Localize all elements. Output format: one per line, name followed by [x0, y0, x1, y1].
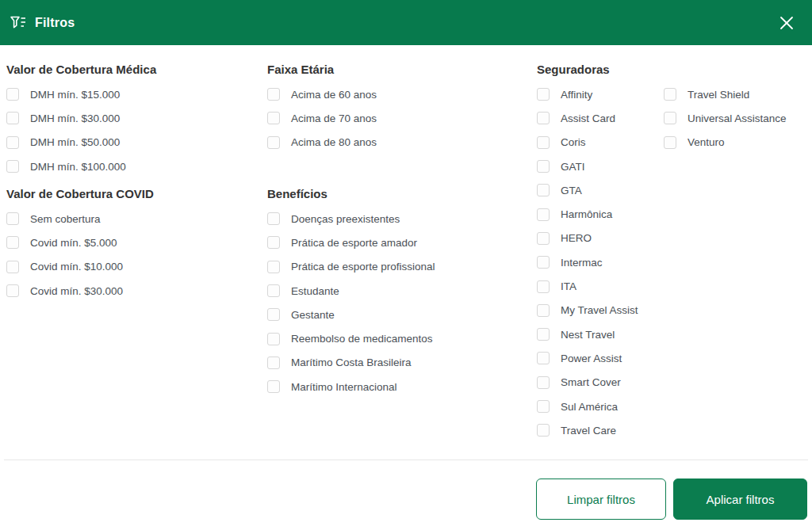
option-label: Power Assist	[561, 353, 622, 364]
filter-option[interactable]: Acima de 70 anos	[267, 106, 529, 130]
filter-option[interactable]: Power Assist	[537, 346, 664, 370]
checkbox-icon[interactable]	[6, 88, 19, 101]
filter-option[interactable]: Coris	[537, 131, 664, 154]
checkbox-icon[interactable]	[6, 160, 19, 173]
checkbox-icon[interactable]	[664, 136, 676, 149]
filters-modal: Filtros Valor de Cobertura Médica DMH mí…	[0, 0, 812, 530]
checkbox-icon[interactable]	[267, 136, 280, 149]
checkbox-icon[interactable]	[267, 88, 280, 101]
option-label: Coris	[561, 136, 586, 148]
option-label: Acima de 70 anos	[291, 112, 377, 124]
option-label: My Travel Assist	[561, 304, 638, 316]
checkbox-icon[interactable]	[664, 88, 676, 101]
checkbox-icon[interactable]	[6, 261, 19, 273]
checkbox-icon[interactable]	[267, 112, 280, 124]
option-label: Affinity	[561, 89, 592, 101]
filter-option[interactable]: Universal Assistance	[664, 106, 810, 130]
checkbox-icon[interactable]	[267, 380, 280, 393]
option-label: Covid mín. $30.000	[30, 285, 123, 297]
section-title: Seguradoras	[537, 62, 810, 78]
checkbox-icon[interactable]	[537, 400, 550, 413]
checkbox-icon[interactable]	[537, 280, 550, 293]
checkbox-icon[interactable]	[537, 112, 550, 124]
filter-option[interactable]: Sem cobertura	[6, 207, 260, 231]
filter-option[interactable]: Marítimo Costa Brasileira	[267, 351, 529, 375]
checkbox-icon[interactable]	[537, 424, 550, 437]
checkbox-icon[interactable]	[537, 208, 550, 221]
checkbox-icon[interactable]	[537, 136, 550, 149]
filter-option[interactable]: GTA	[537, 178, 664, 202]
filter-option[interactable]: DMH mín. $100.000	[6, 154, 260, 178]
filter-option[interactable]: Harmônica	[537, 202, 664, 226]
filter-option[interactable]: Smart Cover	[537, 371, 664, 395]
filter-option[interactable]: Estudante	[267, 279, 529, 303]
filter-option[interactable]: Travel Care	[537, 418, 664, 442]
checkbox-icon[interactable]	[537, 160, 550, 173]
filter-option[interactable]: Venturo	[664, 131, 810, 154]
section-title: Faixa Etária	[267, 62, 529, 78]
option-list-age: Acima de 60 anos Acima de 70 anos Acima …	[267, 82, 529, 154]
filter-option[interactable]: Covid mín. $10.000	[6, 255, 260, 279]
checkbox-icon[interactable]	[267, 357, 280, 369]
option-label: Sem cobertura	[30, 213, 101, 225]
checkbox-icon[interactable]	[537, 304, 550, 317]
checkbox-icon[interactable]	[267, 308, 280, 321]
filter-option[interactable]: ITA	[537, 274, 664, 298]
checkbox-icon[interactable]	[267, 212, 280, 225]
checkbox-icon[interactable]	[6, 136, 19, 149]
filter-option[interactable]: Acima de 60 anos	[267, 82, 529, 106]
option-label: Harmônica	[561, 208, 612, 220]
checkbox-icon[interactable]	[267, 333, 280, 345]
filter-option[interactable]: DMH mín. $15.000	[6, 82, 260, 106]
filter-option[interactable]: Acima de 80 anos	[267, 131, 529, 154]
filter-option[interactable]: GATI	[537, 154, 664, 178]
filter-option[interactable]: Affinity	[537, 82, 664, 106]
checkbox-icon[interactable]	[537, 232, 550, 245]
filter-option[interactable]: Sul América	[537, 395, 664, 418]
filter-option[interactable]: Prática de esporte profissional	[267, 255, 529, 279]
filter-option[interactable]: Doenças preexistentes	[267, 207, 529, 231]
filter-option[interactable]: Covid mín. $5.000	[6, 231, 260, 254]
close-icon[interactable]	[776, 12, 798, 34]
checkbox-icon[interactable]	[664, 112, 676, 124]
clear-filters-button[interactable]: Limpar filtros	[536, 479, 666, 520]
filter-option[interactable]: Travel Shield	[664, 82, 810, 106]
option-label: Sul América	[561, 401, 618, 413]
filter-option[interactable]: Reembolso de medicamentos	[267, 326, 529, 350]
filter-option[interactable]: HERO	[537, 227, 664, 250]
checkbox-icon[interactable]	[537, 88, 550, 101]
filter-option[interactable]: Assist Card	[537, 106, 664, 130]
apply-filters-button[interactable]: Aplicar filtros	[673, 479, 807, 520]
checkbox-icon[interactable]	[6, 112, 19, 124]
checkbox-icon[interactable]	[537, 256, 550, 269]
option-list-benefits: Doenças preexistentes Prática de esporte…	[267, 207, 529, 398]
filter-option[interactable]: Marítimo Internacional	[267, 375, 529, 398]
option-label: Doenças preexistentes	[291, 213, 400, 225]
filter-option[interactable]: Nest Travel	[537, 322, 664, 346]
checkbox-icon[interactable]	[267, 236, 280, 249]
checkbox-icon[interactable]	[537, 328, 550, 341]
checkbox-icon[interactable]	[537, 376, 550, 389]
checkbox-icon[interactable]	[267, 284, 280, 297]
section-insurers: Seguradoras Affinity Assist Card	[537, 55, 810, 442]
option-label: Marítimo Costa Brasileira	[291, 357, 412, 368]
filter-option[interactable]: DMH mín. $50.000	[6, 131, 260, 154]
filter-option[interactable]: DMH mín. $30.000	[6, 106, 260, 130]
filter-option[interactable]: Gestante	[267, 303, 529, 326]
filter-option[interactable]: My Travel Assist	[537, 299, 664, 322]
checkbox-icon[interactable]	[537, 184, 550, 196]
checkbox-icon[interactable]	[6, 212, 19, 225]
option-label: Intermac	[561, 257, 603, 269]
filter-option[interactable]: Covid mín. $30.000	[6, 279, 260, 303]
checkbox-icon[interactable]	[267, 261, 280, 273]
checkbox-icon[interactable]	[537, 352, 550, 364]
checkbox-icon[interactable]	[6, 284, 19, 297]
modal-title: Filtros	[35, 16, 75, 30]
option-label: GATI	[561, 161, 585, 173]
filter-option[interactable]: Intermac	[537, 250, 664, 274]
checkbox-icon[interactable]	[6, 236, 19, 249]
option-label: HERO	[561, 232, 592, 244]
filter-option[interactable]: Prática de esporte amador	[267, 231, 529, 254]
filter-icon	[10, 15, 27, 31]
option-list-covid: Sem cobertura Covid mín. $5.000 Covid mí…	[6, 207, 260, 303]
